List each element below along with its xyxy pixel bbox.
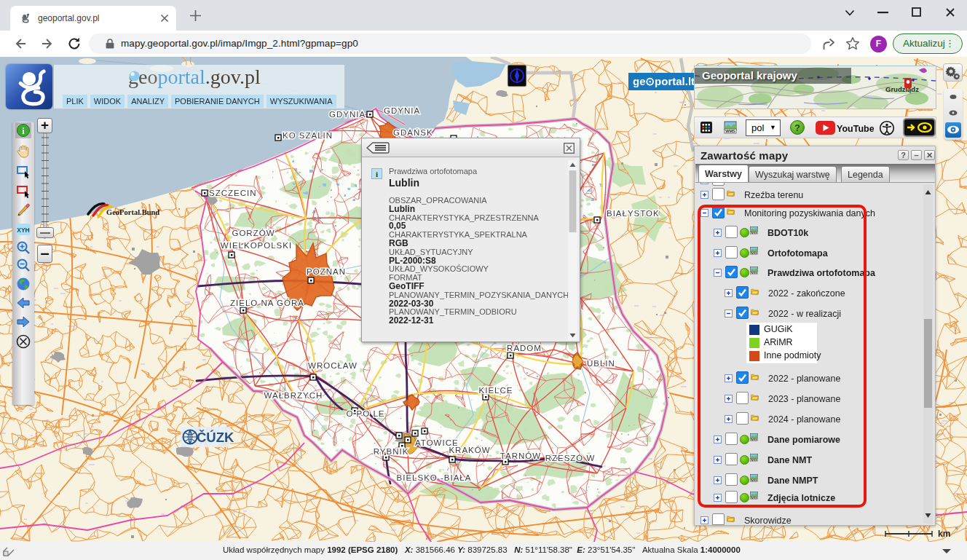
svg-text:KO SZALIN: KO SZALIN bbox=[283, 131, 333, 140]
svg-text:WMS: WMS bbox=[725, 129, 735, 133]
svg-text:GDYNIA: GDYNIA bbox=[329, 110, 366, 119]
svg-text:BIELSKO -BIAŁA: BIELSKO -BIAŁA bbox=[397, 473, 472, 482]
svg-text:RZESZÓ W: RZESZÓ W bbox=[545, 454, 596, 462]
svg-text:GDAŃSK: GDAŃSK bbox=[393, 128, 433, 137]
svg-text:ZIELO NA GÓRA: ZIELO NA GÓRA bbox=[230, 299, 304, 307]
svg-text:KIELCE: KIELCE bbox=[479, 386, 513, 395]
svg-text:SZCZECIN: SZCZECIN bbox=[209, 189, 257, 197]
svg-text:WIELKOPOLSKI: WIELKOPOLSKI bbox=[221, 241, 292, 250]
svg-text:KRAKÓW: KRAKÓW bbox=[449, 446, 490, 454]
svg-text:WAŁBRZYCH: WAŁBRZYCH bbox=[264, 391, 323, 400]
svg-text:YouTube: YouTube bbox=[837, 124, 874, 134]
svg-text:UBLIN: UBLIN bbox=[587, 359, 615, 368]
svg-text:BIAŁYSTOK: BIAŁYSTOK bbox=[607, 209, 660, 218]
svg-text:TARNÓW: TARNÓW bbox=[500, 451, 541, 460]
svg-text:POZNAŃ: POZNAŃ bbox=[307, 267, 346, 276]
svg-text:RADOM: RADOM bbox=[507, 344, 542, 352]
svg-text:GORZÓW: GORZÓW bbox=[232, 229, 275, 237]
svg-text:ge⊙portal.lt: ge⊙portal.lt bbox=[633, 75, 695, 87]
svg-text:Grudziądz: Grudziądz bbox=[885, 85, 919, 93]
svg-text:O PO LE: O PO LE bbox=[346, 409, 384, 418]
svg-text:XYH: XYH bbox=[17, 226, 29, 234]
svg-text:GeoPortal.Bund: GeoPortal.Bund bbox=[106, 208, 159, 216]
svg-text:GDYNIA: GDYNIA bbox=[384, 106, 420, 115]
svg-text:WROCŁAW: WROCŁAW bbox=[308, 361, 358, 370]
svg-text:ČÚZK: ČÚZK bbox=[197, 430, 234, 445]
svg-text:RYBNIK: RYBNIK bbox=[374, 447, 409, 456]
